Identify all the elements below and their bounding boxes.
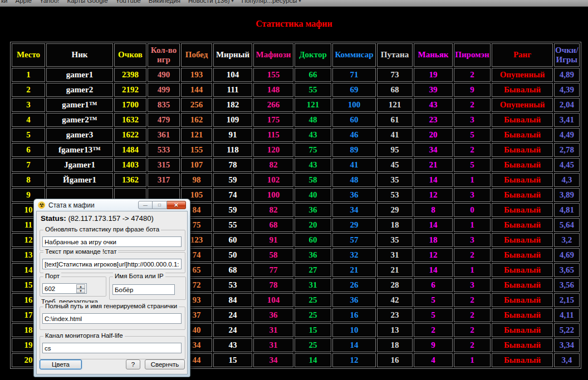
colors-button[interactable]: Цвета bbox=[40, 359, 82, 369]
table-cell: 24 bbox=[213, 308, 252, 322]
maximize-button[interactable]: □ bbox=[153, 201, 167, 209]
table-cell: 4,45 bbox=[554, 158, 580, 172]
help-button[interactable]: ? bbox=[126, 359, 140, 369]
table-cell: 2 bbox=[454, 308, 491, 322]
table-cell: 2 bbox=[454, 338, 491, 352]
update-phrase-input[interactable] bbox=[42, 236, 182, 247]
table-row: 4gamer2™1632479162109175486061233Бывалый… bbox=[12, 113, 580, 127]
table-cell: 50 bbox=[213, 248, 252, 262]
table-cell: 61 bbox=[377, 113, 413, 127]
table-cell: 12 bbox=[332, 353, 376, 367]
column-header: Доктор bbox=[295, 43, 331, 67]
table-cell: 32 bbox=[332, 248, 376, 262]
table-cell: 15 bbox=[295, 323, 331, 337]
column-header: Маньяк bbox=[414, 43, 453, 67]
port-label: Порт bbox=[43, 273, 61, 279]
bot-name-label: Имя Бота или IP bbox=[113, 273, 165, 279]
table-cell: 4 bbox=[414, 353, 453, 367]
table-cell: 55 bbox=[295, 83, 331, 97]
table-cell: 74 bbox=[213, 188, 252, 202]
table-cell: 315 bbox=[148, 158, 180, 172]
table-cell: 162 bbox=[181, 113, 212, 127]
bookmark-item[interactable]: Карты Google bbox=[67, 0, 108, 4]
table-cell: Бывалый bbox=[492, 83, 553, 97]
table-cell: 36 bbox=[332, 188, 376, 202]
bookmark-item[interactable]: Новости (136)▾ bbox=[188, 0, 234, 4]
table-cell: Опупенный bbox=[492, 68, 553, 82]
table-cell: 4,39 bbox=[554, 83, 580, 97]
table-cell: Опупенный bbox=[492, 98, 553, 112]
bookmarks-bar: киAppleYahoo!Карты GoogleYouTubeВикипеди… bbox=[0, 0, 588, 7]
table-cell: 155 bbox=[181, 143, 212, 157]
table-cell: Йgamer1 bbox=[46, 173, 113, 187]
table-cell: 14 bbox=[295, 353, 331, 367]
table-cell: 8 bbox=[12, 173, 45, 187]
table-cell: 36 bbox=[295, 248, 331, 262]
group-page-path: Полный путь и имя генерируемой странички bbox=[40, 307, 185, 330]
bookmark-item[interactable]: Популяр...ресурсы▾ bbox=[242, 0, 301, 4]
spin-up-button[interactable]: ▲ bbox=[76, 284, 85, 289]
dialog-title: Стата к мафии bbox=[48, 201, 95, 209]
table-cell: 121 bbox=[377, 98, 413, 112]
table-cell: 55 bbox=[213, 218, 252, 232]
table-cell: Бывалый bbox=[492, 338, 553, 352]
table-cell: 9 bbox=[454, 83, 491, 97]
table-cell: 48 bbox=[332, 173, 376, 187]
monitor-channel-input[interactable] bbox=[42, 343, 182, 353]
table-cell: 1 bbox=[454, 353, 491, 367]
spin-down-button[interactable]: ▼ bbox=[76, 289, 85, 293]
table-cell: 120 bbox=[253, 143, 293, 157]
dialog-client-area: Status: (82.117.173.157 -> 47480) Обновл… bbox=[36, 211, 188, 374]
bot-name-input[interactable] bbox=[112, 284, 175, 295]
dialog-window[interactable]: ☢ Стата к мафии — □ ✕ Status: (82.117.17… bbox=[33, 199, 190, 377]
table-cell: gamer1™ bbox=[46, 98, 113, 112]
table-cell: 21 bbox=[414, 158, 453, 172]
table-cell: 24 bbox=[213, 323, 252, 337]
table-cell: 34 bbox=[414, 143, 453, 157]
group-bot-name: Имя Бота или IP bbox=[109, 277, 186, 300]
table-cell: 3,89 bbox=[554, 188, 580, 202]
table-cell: Бывалый bbox=[492, 308, 553, 322]
status-label: Status: bbox=[41, 214, 66, 223]
table-cell: 107 bbox=[181, 158, 212, 172]
table-cell: 1 bbox=[454, 263, 491, 277]
bookmark-item[interactable]: YouTube bbox=[116, 0, 141, 4]
table-cell: 26 bbox=[332, 278, 376, 292]
stat-command-input[interactable] bbox=[42, 259, 182, 269]
table-cell: 7 bbox=[12, 158, 45, 172]
table-cell: 14 bbox=[414, 173, 453, 187]
table-cell: 91 bbox=[253, 233, 293, 247]
bookmark-item[interactable]: Yahoo! bbox=[40, 0, 60, 4]
table-cell: 4,81 bbox=[554, 203, 580, 217]
bookmark-item[interactable]: Википедия bbox=[149, 0, 180, 4]
close-button[interactable]: ✕ bbox=[167, 201, 186, 209]
table-cell: 25 bbox=[295, 338, 331, 352]
table-cell: 41 bbox=[332, 158, 376, 172]
table-cell: 6 bbox=[414, 278, 453, 292]
table-cell: gamer2 bbox=[46, 83, 113, 97]
table-cell: 2 bbox=[454, 143, 491, 157]
page-path-label: Полный путь и имя генерируемой странички bbox=[43, 303, 179, 309]
column-header: Кол-во игр bbox=[148, 43, 180, 67]
table-cell: 59 bbox=[213, 203, 252, 217]
table-cell: 5 bbox=[12, 128, 45, 142]
table-cell: 14 bbox=[414, 263, 453, 277]
table-cell: 43 bbox=[213, 338, 252, 352]
table-cell: 68 bbox=[213, 263, 252, 277]
table-cell: 20 bbox=[414, 128, 453, 142]
table-row: 6fgamer13™1484533155118120758995342Бывал… bbox=[12, 143, 580, 157]
table-cell: 9 bbox=[414, 338, 453, 352]
minimize-button[interactable]: — bbox=[138, 201, 153, 209]
table-cell: Бывалый bbox=[492, 233, 553, 247]
table-row: 8Йgamer113623179859102584835141Бывалый4,… bbox=[12, 173, 580, 187]
table-cell: 68 bbox=[377, 83, 413, 97]
bookmark-item[interactable]: Apple bbox=[15, 0, 31, 4]
table-cell: 4,3 bbox=[554, 173, 580, 187]
table-cell: 4 bbox=[12, 113, 45, 127]
dialog-titlebar[interactable]: ☢ Стата к мафии — □ ✕ bbox=[34, 199, 190, 211]
table-cell: 27 bbox=[295, 263, 331, 277]
collapse-button[interactable]: Свернчть bbox=[145, 359, 185, 369]
bookmark-item[interactable]: ки bbox=[1, 0, 7, 4]
page-path-input[interactable] bbox=[42, 313, 182, 324]
table-cell: gamer1 bbox=[46, 68, 113, 82]
